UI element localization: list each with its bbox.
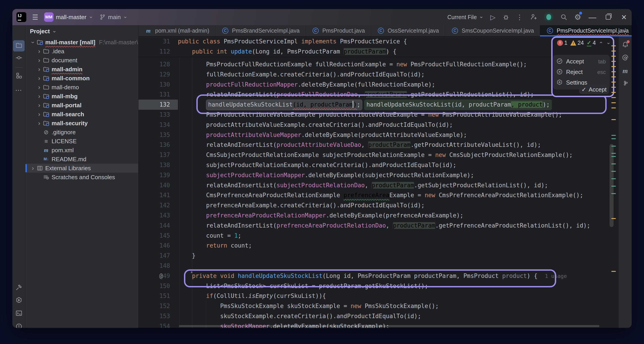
inspections-widget[interactable]: !1 24 ✓4 ⌄ ⌄ <box>557 40 611 46</box>
tree-chevron-icon[interactable]: › <box>36 93 42 100</box>
problems-tool-button[interactable] <box>15 323 22 328</box>
services-tool-button[interactable] <box>15 297 22 305</box>
code-with-me-button[interactable] <box>530 13 538 21</box>
tab-pom-xml-mall-admin-[interactable]: mpom.xml (mall-admin) <box>138 25 215 36</box>
tab-options-button[interactable]: ⋮ <box>622 27 629 35</box>
code-editor[interactable]: 31public class PmsProductServiceImpl imp… <box>138 36 606 328</box>
class-icon: C <box>221 28 229 34</box>
stripe-mark[interactable] <box>611 92 616 93</box>
tree-chevron-icon[interactable]: › <box>36 102 42 109</box>
menu-item-accept[interactable]: Accepttab <box>553 56 610 67</box>
project-tool-button[interactable] <box>15 42 22 50</box>
stripe-mark[interactable] <box>611 108 616 108</box>
tab-pmsproductserviceimpl-java[interactable]: CPmsProductServiceImpl.java× <box>540 25 632 36</box>
project-selector[interactable]: MM mall-master ⌄ <box>44 12 93 22</box>
stripe-mark[interactable] <box>611 146 616 147</box>
main-menu-button[interactable]: ☰ <box>32 13 38 21</box>
stripe-mark[interactable] <box>611 76 616 77</box>
commit-tool-button[interactable] <box>15 54 22 62</box>
run-configuration-selector[interactable]: Current File ⌄ <box>448 14 484 20</box>
tree-chevron-icon[interactable]: › <box>30 165 36 172</box>
tree-item-mall-security[interactable]: ›mall-security <box>26 119 138 128</box>
stripe-mark[interactable] <box>611 87 616 88</box>
stripe-mark[interactable] <box>611 164 616 164</box>
tree-chevron-icon[interactable]: › <box>36 48 42 55</box>
ai-assistant-button[interactable] <box>622 54 629 62</box>
build-tool-button[interactable] <box>15 284 22 292</box>
tree-item-document[interactable]: ›document <box>26 56 138 65</box>
line-content: relateAndInsertList(productFullReduction… <box>170 91 534 98</box>
minimize-button[interactable]: — <box>588 13 597 21</box>
debug-button[interactable] <box>502 13 510 21</box>
horizontal-scrollbar[interactable] <box>179 325 600 327</box>
project-panel-header[interactable]: Project ⌄ <box>30 28 56 35</box>
stripe-mark[interactable] <box>611 56 616 57</box>
terminal-tool-button[interactable] <box>15 310 22 318</box>
tree-chevron-icon[interactable]: › <box>30 39 36 45</box>
tree-item--idea[interactable]: ›.idea <box>26 47 138 56</box>
run-button[interactable]: ▷ <box>490 13 496 21</box>
tree-chevron-icon[interactable]: › <box>36 84 42 91</box>
stripe-mark[interactable] <box>611 97 616 98</box>
stripe-mark[interactable] <box>611 193 616 194</box>
gradle-tool-button[interactable] <box>622 80 629 88</box>
settings-button[interactable]: ⚙ <box>574 12 581 21</box>
menu-item-reject[interactable]: Rejectesc <box>553 67 610 77</box>
user-avatar[interactable] <box>544 12 553 21</box>
code-line-144: 144 relateAndInsertList(prefrenceAreaPro… <box>138 221 606 231</box>
more-actions-button[interactable]: ⋮ <box>516 13 523 21</box>
tab-smscouponserviceimpl-java[interactable]: CSmsCouponServiceImpl.java <box>445 25 540 36</box>
tree-chevron-icon[interactable]: › <box>36 75 42 82</box>
tree-chevron-icon[interactable]: › <box>36 111 42 118</box>
tree-item-scratches-and-consoles[interactable]: Scratches and Consoles <box>26 173 138 182</box>
next-problem-button[interactable]: ⌄ <box>606 40 611 45</box>
stripe-mark[interactable] <box>611 156 616 157</box>
stripe-mark[interactable] <box>611 171 616 172</box>
tree-item--gitignore[interactable]: ⊘.gitignore <box>26 128 138 137</box>
stripe-mark[interactable] <box>611 138 616 139</box>
tab-pmsbrandserviceimpl-java[interactable]: CPmsBrandServiceImpl.java <box>215 25 306 36</box>
stripe-mark[interactable] <box>611 178 616 179</box>
previous-problem-button[interactable]: ⌄ <box>599 41 603 46</box>
annotation-gutter-icon[interactable]: @ <box>159 271 163 281</box>
branch-selector[interactable]: main ⌄ <box>99 14 128 21</box>
tree-item-readme-md[interactable]: M↓README.md <box>26 155 138 164</box>
stripe-mark[interactable] <box>611 51 616 51</box>
tree-chevron-icon[interactable]: › <box>36 57 42 64</box>
stripe-mark[interactable] <box>611 271 616 272</box>
tree-item-license[interactable]: ≡LICENSE <box>26 137 138 146</box>
search-icon[interactable] <box>560 13 568 21</box>
more-tools-button[interactable]: ⋯ <box>15 86 22 94</box>
tree-item-mall-common[interactable]: ›mall-common <box>26 74 138 83</box>
stripe-mark[interactable] <box>611 61 616 62</box>
stripe-mark[interactable] <box>611 119 616 120</box>
stripe-mark[interactable] <box>611 82 616 83</box>
stripe-mark[interactable] <box>611 45 616 46</box>
stripe-mark[interactable] <box>611 71 616 72</box>
accept-button[interactable]: ✓ Accept <box>579 85 609 94</box>
tree-item-external-libraries[interactable]: ›External Libraries <box>26 164 138 173</box>
tree-item-mall-mbg[interactable]: ›mall-mbg <box>26 92 138 101</box>
stripe-mark[interactable] <box>611 218 616 219</box>
maven-tool-button[interactable]: m <box>622 67 628 75</box>
close-button[interactable]: × <box>620 12 628 22</box>
stripe-mark[interactable] <box>611 153 616 154</box>
tab-ossserviceimpl-java[interactable]: COssServiceImpl.java <box>371 25 445 36</box>
tree-item-mall-master-mall-[interactable]: ›mall-master [mall]F:\mall-master\mall-m… <box>26 38 138 47</box>
structure-tool-button[interactable] <box>15 72 22 80</box>
tab-pmsproduct-java[interactable]: CPmsProduct.java <box>306 25 371 36</box>
tree-chevron-icon[interactable]: › <box>36 66 42 73</box>
stripe-mark[interactable] <box>611 135 616 136</box>
tree-item-mall-search[interactable]: ›mall-search <box>26 110 138 119</box>
tree-item-mall-demo[interactable]: ›mall-demo <box>26 83 138 92</box>
stripe-mark[interactable] <box>611 186 616 187</box>
line-number: 143 <box>138 210 170 221</box>
maximize-button[interactable] <box>604 15 613 19</box>
stripe-mark[interactable] <box>611 66 616 67</box>
notifications-button[interactable] <box>622 41 629 49</box>
tree-item-pom-xml[interactable]: mpom.xml <box>26 146 138 155</box>
stripe-mark[interactable] <box>611 102 616 103</box>
tree-item-mall-admin[interactable]: ›mall-admin <box>26 65 138 74</box>
tree-chevron-icon[interactable]: › <box>36 120 42 127</box>
tree-item-mall-portal[interactable]: ›mall-portal <box>26 101 138 110</box>
